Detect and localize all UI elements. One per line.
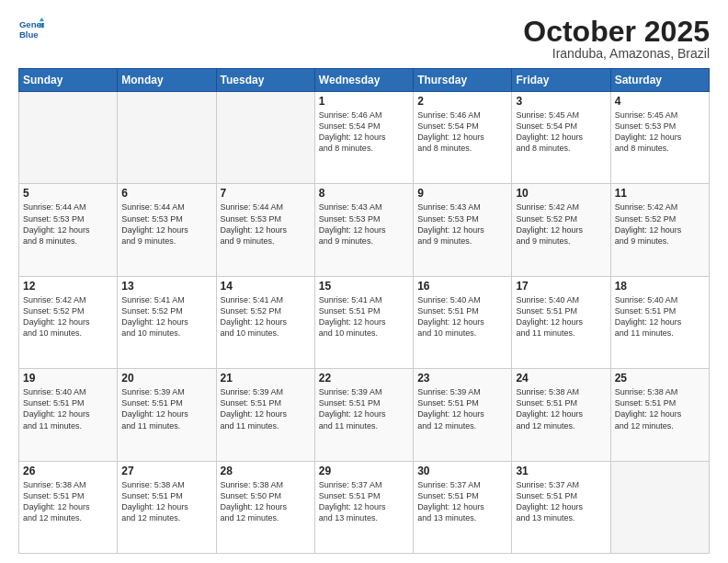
calendar-cell: 27Sunrise: 5:38 AM Sunset: 5:51 PM Dayli… xyxy=(118,461,216,553)
cell-info: Sunrise: 5:38 AM Sunset: 5:51 PM Dayligh… xyxy=(23,479,113,524)
day-number: 19 xyxy=(23,372,113,385)
day-number: 13 xyxy=(121,280,211,293)
calendar-cell: 31Sunrise: 5:37 AM Sunset: 5:51 PM Dayli… xyxy=(512,461,610,553)
day-number: 6 xyxy=(121,187,211,200)
cell-info: Sunrise: 5:39 AM Sunset: 5:51 PM Dayligh… xyxy=(319,386,409,431)
cell-info: Sunrise: 5:44 AM Sunset: 5:53 PM Dayligh… xyxy=(221,201,311,247)
calendar-cell: 23Sunrise: 5:39 AM Sunset: 5:51 PM Dayli… xyxy=(414,369,512,461)
day-number: 24 xyxy=(516,372,606,385)
day-number: 26 xyxy=(23,465,113,477)
cell-info: Sunrise: 5:42 AM Sunset: 5:52 PM Dayligh… xyxy=(615,201,705,247)
day-number: 22 xyxy=(319,372,409,385)
calendar-week-4: 19Sunrise: 5:40 AM Sunset: 5:51 PM Dayli… xyxy=(19,369,710,461)
day-number: 14 xyxy=(221,280,311,293)
calendar-week-1: 1Sunrise: 5:46 AM Sunset: 5:54 PM Daylig… xyxy=(19,92,710,184)
cell-info: Sunrise: 5:38 AM Sunset: 5:50 PM Dayligh… xyxy=(221,479,311,524)
cell-info: Sunrise: 5:46 AM Sunset: 5:54 PM Dayligh… xyxy=(417,109,507,155)
calendar-cell: 14Sunrise: 5:41 AM Sunset: 5:52 PM Dayli… xyxy=(216,276,314,368)
header-day-monday: Monday xyxy=(118,69,216,92)
day-number: 4 xyxy=(615,95,705,108)
calendar-cell: 10Sunrise: 5:42 AM Sunset: 5:52 PM Dayli… xyxy=(512,184,610,276)
day-number: 10 xyxy=(516,187,606,200)
cell-info: Sunrise: 5:40 AM Sunset: 5:51 PM Dayligh… xyxy=(615,294,705,339)
cell-info: Sunrise: 5:39 AM Sunset: 5:51 PM Dayligh… xyxy=(121,386,211,431)
cell-info: Sunrise: 5:44 AM Sunset: 5:53 PM Dayligh… xyxy=(23,201,113,247)
calendar-cell: 28Sunrise: 5:38 AM Sunset: 5:50 PM Dayli… xyxy=(216,461,314,553)
calendar-cell: 7Sunrise: 5:44 AM Sunset: 5:53 PM Daylig… xyxy=(216,184,314,276)
svg-marker-4 xyxy=(40,23,44,28)
month-title: October 2025 xyxy=(523,17,710,46)
day-number: 12 xyxy=(23,280,113,293)
cell-info: Sunrise: 5:43 AM Sunset: 5:53 PM Dayligh… xyxy=(417,201,507,247)
cell-info: Sunrise: 5:40 AM Sunset: 5:51 PM Dayligh… xyxy=(417,294,507,339)
header-day-sunday: Sunday xyxy=(19,69,118,92)
cell-info: Sunrise: 5:38 AM Sunset: 5:51 PM Dayligh… xyxy=(615,386,705,431)
calendar-cell: 26Sunrise: 5:38 AM Sunset: 5:51 PM Dayli… xyxy=(19,461,118,553)
location: Iranduba, Amazonas, Brazil xyxy=(523,46,710,61)
calendar-cell xyxy=(610,461,709,553)
calendar-cell: 19Sunrise: 5:40 AM Sunset: 5:51 PM Dayli… xyxy=(19,369,118,461)
day-number: 28 xyxy=(221,465,311,477)
cell-info: Sunrise: 5:38 AM Sunset: 5:51 PM Dayligh… xyxy=(516,386,606,431)
cell-info: Sunrise: 5:39 AM Sunset: 5:51 PM Dayligh… xyxy=(417,386,507,431)
cell-info: Sunrise: 5:43 AM Sunset: 5:53 PM Dayligh… xyxy=(319,201,409,247)
logo-icon: General Blue xyxy=(18,17,44,42)
header-day-thursday: Thursday xyxy=(414,69,512,92)
cell-info: Sunrise: 5:40 AM Sunset: 5:51 PM Dayligh… xyxy=(516,294,606,339)
day-number: 8 xyxy=(319,187,409,200)
day-number: 18 xyxy=(615,280,705,293)
cell-info: Sunrise: 5:39 AM Sunset: 5:51 PM Dayligh… xyxy=(221,386,311,431)
cell-info: Sunrise: 5:41 AM Sunset: 5:52 PM Dayligh… xyxy=(121,294,211,339)
calendar-cell: 12Sunrise: 5:42 AM Sunset: 5:52 PM Dayli… xyxy=(19,276,118,368)
day-number: 23 xyxy=(417,372,507,385)
calendar-cell: 29Sunrise: 5:37 AM Sunset: 5:51 PM Dayli… xyxy=(314,461,413,553)
calendar-cell: 30Sunrise: 5:37 AM Sunset: 5:51 PM Dayli… xyxy=(414,461,512,553)
header-day-friday: Friday xyxy=(512,69,610,92)
day-number: 7 xyxy=(221,187,311,200)
header-day-wednesday: Wednesday xyxy=(314,69,413,92)
cell-info: Sunrise: 5:46 AM Sunset: 5:54 PM Dayligh… xyxy=(319,109,409,155)
calendar-header-row: SundayMondayTuesdayWednesdayThursdayFrid… xyxy=(19,69,710,92)
cell-info: Sunrise: 5:45 AM Sunset: 5:53 PM Dayligh… xyxy=(615,109,705,155)
calendar-cell: 5Sunrise: 5:44 AM Sunset: 5:53 PM Daylig… xyxy=(19,184,118,276)
calendar-cell: 15Sunrise: 5:41 AM Sunset: 5:51 PM Dayli… xyxy=(314,276,413,368)
calendar-cell: 9Sunrise: 5:43 AM Sunset: 5:53 PM Daylig… xyxy=(414,184,512,276)
cell-info: Sunrise: 5:45 AM Sunset: 5:54 PM Dayligh… xyxy=(516,109,606,155)
calendar-cell: 25Sunrise: 5:38 AM Sunset: 5:51 PM Dayli… xyxy=(610,369,709,461)
cell-info: Sunrise: 5:37 AM Sunset: 5:51 PM Dayligh… xyxy=(417,479,507,524)
calendar-cell: 8Sunrise: 5:43 AM Sunset: 5:53 PM Daylig… xyxy=(314,184,413,276)
header-day-tuesday: Tuesday xyxy=(216,69,314,92)
calendar-cell xyxy=(19,92,118,184)
day-number: 29 xyxy=(319,465,409,477)
day-number: 21 xyxy=(221,372,311,385)
calendar-cell: 1Sunrise: 5:46 AM Sunset: 5:54 PM Daylig… xyxy=(314,92,413,184)
cell-info: Sunrise: 5:37 AM Sunset: 5:51 PM Dayligh… xyxy=(319,479,409,524)
cell-info: Sunrise: 5:40 AM Sunset: 5:51 PM Dayligh… xyxy=(23,386,113,431)
day-number: 11 xyxy=(615,187,705,200)
calendar-week-2: 5Sunrise: 5:44 AM Sunset: 5:53 PM Daylig… xyxy=(19,184,710,276)
calendar-cell xyxy=(118,92,216,184)
day-number: 5 xyxy=(23,187,113,200)
calendar-table: SundayMondayTuesdayWednesdayThursdayFrid… xyxy=(18,68,710,554)
calendar-cell: 11Sunrise: 5:42 AM Sunset: 5:52 PM Dayli… xyxy=(610,184,709,276)
header-day-saturday: Saturday xyxy=(610,69,709,92)
calendar-cell: 17Sunrise: 5:40 AM Sunset: 5:51 PM Dayli… xyxy=(512,276,610,368)
cell-info: Sunrise: 5:41 AM Sunset: 5:51 PM Dayligh… xyxy=(319,294,409,339)
calendar-cell: 21Sunrise: 5:39 AM Sunset: 5:51 PM Dayli… xyxy=(216,369,314,461)
cell-info: Sunrise: 5:44 AM Sunset: 5:53 PM Dayligh… xyxy=(121,201,211,247)
day-number: 9 xyxy=(417,187,507,200)
day-number: 2 xyxy=(417,95,507,108)
calendar-cell: 4Sunrise: 5:45 AM Sunset: 5:53 PM Daylig… xyxy=(610,92,709,184)
calendar-week-3: 12Sunrise: 5:42 AM Sunset: 5:52 PM Dayli… xyxy=(19,276,710,368)
calendar-cell: 3Sunrise: 5:45 AM Sunset: 5:54 PM Daylig… xyxy=(512,92,610,184)
calendar-cell: 24Sunrise: 5:38 AM Sunset: 5:51 PM Dayli… xyxy=(512,369,610,461)
cell-info: Sunrise: 5:42 AM Sunset: 5:52 PM Dayligh… xyxy=(516,201,606,247)
calendar-cell: 18Sunrise: 5:40 AM Sunset: 5:51 PM Dayli… xyxy=(610,276,709,368)
day-number: 27 xyxy=(121,465,211,477)
calendar-week-5: 26Sunrise: 5:38 AM Sunset: 5:51 PM Dayli… xyxy=(19,461,710,553)
cell-info: Sunrise: 5:38 AM Sunset: 5:51 PM Dayligh… xyxy=(121,479,211,524)
calendar-cell: 16Sunrise: 5:40 AM Sunset: 5:51 PM Dayli… xyxy=(414,276,512,368)
calendar-cell: 22Sunrise: 5:39 AM Sunset: 5:51 PM Dayli… xyxy=(314,369,413,461)
day-number: 20 xyxy=(121,372,211,385)
day-number: 31 xyxy=(516,465,606,477)
